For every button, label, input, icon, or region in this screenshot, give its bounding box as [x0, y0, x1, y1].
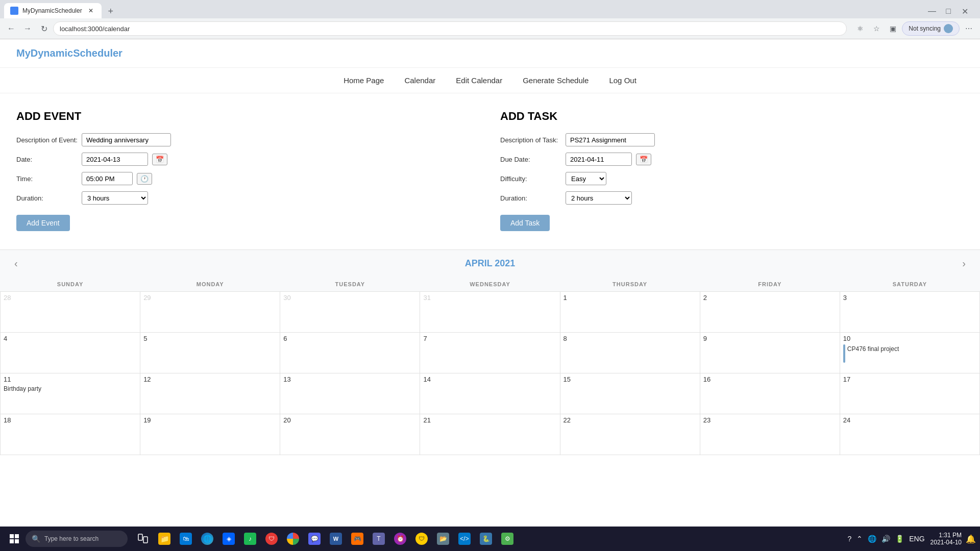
event-description-label: Description of Event:	[16, 136, 78, 144]
event-time-row: Time: 🕐	[16, 172, 480, 185]
calendar-week-row: 28 29 30 31 1 2 3	[1, 292, 980, 333]
reload-button[interactable]: ↻	[37, 21, 51, 36]
back-button[interactable]: ←	[4, 21, 18, 36]
address-url: localhost:3000/calendar	[60, 25, 130, 33]
add-task-button[interactable]: Add Task	[500, 215, 550, 231]
calendar-week-row: 11 Birthday party 12 13 14 15 16 17	[1, 373, 980, 414]
calendar-day[interactable]: 14	[420, 373, 560, 414]
weekday-thursday: THURSDAY	[560, 277, 700, 292]
forward-button[interactable]: →	[20, 21, 35, 36]
calendar-day[interactable]: 2	[700, 292, 840, 333]
task-due-date-row: Due Date: 📅	[500, 153, 964, 166]
task-description-row: Description of Task:	[500, 133, 964, 146]
event-button-row: Add Event	[16, 211, 480, 231]
task-bar-indicator	[843, 344, 845, 363]
calendar-day[interactable]: 30	[280, 292, 420, 333]
calendar-day[interactable]: 11 Birthday party	[1, 373, 140, 414]
favorites-icon[interactable]: ☆	[869, 21, 884, 36]
calendar-day[interactable]: 24	[840, 414, 979, 455]
calendar-day[interactable]: 22	[560, 414, 700, 455]
nav-generate-schedule[interactable]: Generate Schedule	[523, 76, 589, 85]
event-date-picker-button[interactable]: 📅	[152, 154, 167, 165]
browser-chrome: MyDynamicScheduler ✕ + — □ ✕ ← → ↻ local…	[0, 0, 980, 39]
event-date-label: Date:	[16, 156, 78, 163]
task-due-date-input[interactable]	[566, 153, 632, 166]
calendar-day[interactable]: 12	[140, 373, 280, 414]
task-difficulty-label: Difficulty:	[500, 175, 561, 183]
calendar-day[interactable]: 31	[420, 292, 560, 333]
calendar-day[interactable]: 15	[560, 373, 700, 414]
nav-logout[interactable]: Log Out	[609, 76, 636, 85]
calendar-day[interactable]: 19	[140, 414, 280, 455]
tab-close-button[interactable]: ✕	[86, 6, 95, 15]
extensions-icon[interactable]: ⚛	[853, 21, 867, 36]
event-description-input[interactable]	[82, 133, 171, 146]
nav-edit-calendar[interactable]: Edit Calendar	[456, 76, 502, 85]
event-time-picker-button[interactable]: 🕐	[137, 173, 152, 185]
calendar-day[interactable]: 8	[560, 333, 700, 373]
task-difficulty-select[interactable]: Easy Medium Hard	[566, 172, 606, 185]
calendar-day[interactable]: 17	[840, 373, 979, 414]
calendar-day[interactable]: 18	[1, 414, 140, 455]
calendar-day[interactable]: 4	[1, 333, 140, 373]
calendar-day[interactable]: 21	[420, 414, 560, 455]
task-due-date-label: Due Date:	[500, 156, 561, 163]
collections-icon[interactable]: ▣	[886, 21, 900, 36]
nav-home[interactable]: Home Page	[344, 76, 384, 85]
event-date-input[interactable]	[82, 153, 148, 166]
calendar-day[interactable]: 1	[560, 292, 700, 333]
calendar-day[interactable]: 29	[140, 292, 280, 333]
event-duration-select[interactable]: 1 hour 2 hours 3 hours 4 hours 5 hours 6…	[82, 191, 148, 205]
menu-button[interactable]: ⋯	[962, 21, 976, 36]
weekday-friday: FRIDAY	[700, 277, 840, 292]
profile-label: Not syncing	[909, 25, 941, 32]
weekday-tuesday: TUESDAY	[280, 277, 420, 292]
event-date-row: Date: 📅	[16, 153, 480, 166]
calendar-day[interactable]: 23	[700, 414, 840, 455]
app-logo: MyDynamicScheduler	[16, 47, 122, 59]
calendar-day[interactable]: 16	[700, 373, 840, 414]
event-description-row: Description of Event:	[16, 133, 480, 146]
address-bar[interactable]: localhost:3000/calendar	[53, 21, 847, 36]
task-date-picker-button[interactable]: 📅	[636, 154, 651, 165]
event-time-label: Time:	[16, 175, 78, 183]
event-item: Birthday party	[4, 385, 137, 392]
new-tab-button[interactable]: +	[104, 4, 118, 18]
calendar-day[interactable]: 5	[140, 333, 280, 373]
calendar-month-year: APRIL 2021	[465, 258, 516, 269]
calendar-day[interactable]: 13	[280, 373, 420, 414]
app-content: MyDynamicScheduler Home Page Calendar Ed…	[0, 39, 980, 509]
calendar-next-button[interactable]: ›	[956, 256, 972, 271]
calendar-day[interactable]: 28	[1, 292, 140, 333]
calendar-grid: SUNDAY MONDAY TUESDAY WEDNESDAY THURSDAY…	[0, 277, 980, 455]
calendar-day[interactable]: 7	[420, 333, 560, 373]
event-duration-label: Duration:	[16, 194, 78, 202]
tab-title: MyDynamicScheduler	[22, 7, 82, 14]
minimize-button[interactable]: —	[925, 4, 939, 18]
calendar-day[interactable]: 10 CP476 final project	[840, 333, 979, 373]
add-event-button[interactable]: Add Event	[16, 215, 70, 231]
calendar-day[interactable]: 3	[840, 292, 979, 333]
nav-calendar[interactable]: Calendar	[404, 76, 435, 85]
address-bar-row: ← → ↻ localhost:3000/calendar ⚛ ☆ ▣ Not …	[0, 18, 980, 39]
task-bar: CP476 final project	[843, 344, 976, 363]
close-button[interactable]: ✕	[958, 4, 972, 18]
maximize-button[interactable]: □	[941, 4, 955, 18]
task-description-input[interactable]	[566, 133, 655, 146]
event-time-input[interactable]	[82, 172, 133, 185]
calendar-day[interactable]: 6	[280, 333, 420, 373]
task-duration-select[interactable]: 1 hour 2 hours 3 hours 4 hours	[566, 191, 632, 205]
weekday-saturday: SATURDAY	[840, 277, 979, 292]
calendar-day[interactable]: 9	[700, 333, 840, 373]
app-nav: Home Page Calendar Edit Calendar Generat…	[0, 68, 980, 93]
tab-favicon	[10, 7, 18, 15]
browser-tab[interactable]: MyDynamicScheduler ✕	[4, 3, 102, 18]
calendar-header: ‹ APRIL 2021 ›	[0, 250, 980, 277]
profile-button[interactable]: Not syncing	[902, 21, 960, 36]
task-description-label: Description of Task:	[500, 136, 561, 144]
add-task-title: ADD TASK	[500, 110, 964, 123]
calendar-prev-button[interactable]: ‹	[8, 256, 24, 271]
task-duration-label: Duration:	[500, 194, 561, 202]
weekday-monday: MONDAY	[140, 277, 280, 292]
calendar-day[interactable]: 20	[280, 414, 420, 455]
